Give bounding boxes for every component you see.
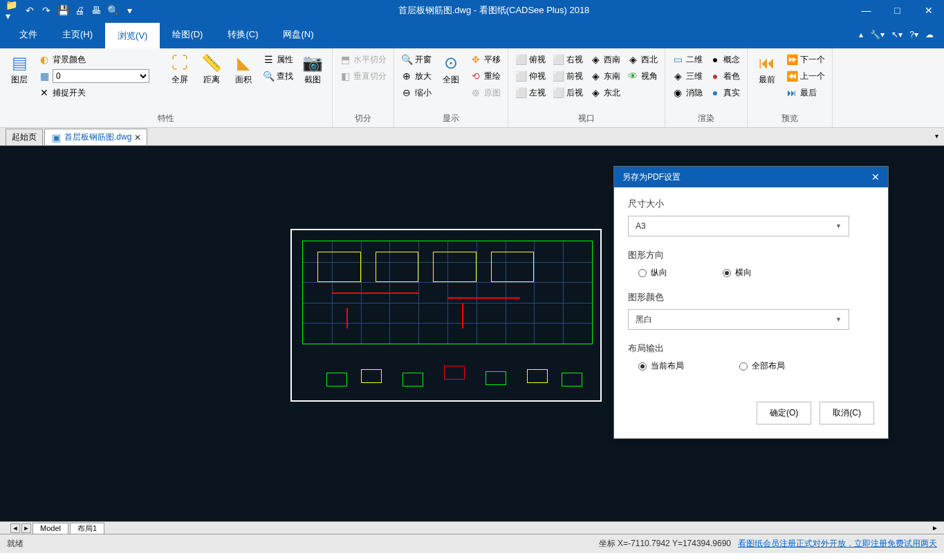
ok-button[interactable]: 确定(O)	[757, 402, 811, 424]
ne-button[interactable]: ◈东北	[589, 85, 622, 100]
preview-icon[interactable]: 🔍	[105, 3, 120, 18]
snap-button[interactable]: ✕捕捉开关	[37, 85, 151, 100]
layer-dropdown[interactable]: 0	[53, 69, 149, 83]
shade-button[interactable]: ●着色	[708, 68, 741, 84]
dialog-title: 另存为PDF设置	[622, 171, 681, 183]
size-select[interactable]: A3▼	[628, 216, 849, 236]
sphere-icon: ●	[710, 71, 721, 82]
3d-icon: ◈	[672, 71, 683, 82]
leftview-button[interactable]: ⬜左视	[514, 85, 547, 100]
undo-icon[interactable]: ↶	[22, 3, 37, 18]
layout-label: 布局输出	[628, 342, 874, 355]
backview-button[interactable]: ⬜后视	[551, 85, 584, 100]
find-button[interactable]: 🔍查找	[261, 68, 295, 84]
minimize-button[interactable]: —	[851, 0, 882, 21]
close-button[interactable]: ✕	[913, 0, 944, 21]
pointer-icon[interactable]: ↖▾	[891, 30, 903, 39]
2d-button[interactable]: ▭二维	[671, 52, 704, 67]
tab-close-button[interactable]: ✕	[134, 133, 141, 142]
ribbon: ▤ 图层 ◐背景颜色 ▦0 ✕捕捉开关 ⛶全屏 📏距离 ◣面积 ☰属性 🔍查找 …	[0, 48, 944, 128]
rightview-button[interactable]: ⬜右视	[551, 52, 584, 67]
status-coords: 坐标 X=-7110.7942 Y=174394.9690	[599, 538, 731, 550]
viewangle-button[interactable]: 👁视角	[626, 68, 659, 84]
fullscreen-icon: ⛶	[169, 52, 191, 74]
screenshot-button[interactable]: 📷截图	[299, 52, 326, 86]
radio-landscape[interactable]: 横向	[723, 267, 752, 279]
zoomfull-button[interactable]: ⊙全图	[437, 52, 465, 86]
menu-browse[interactable]: 浏览(V)	[105, 21, 160, 48]
tab-layout1[interactable]: 布局1	[70, 523, 104, 534]
hide-button[interactable]: ◉消隐	[671, 85, 704, 100]
ribbon-group-properties: ▤ 图层 ◐背景颜色 ▦0 ✕捕捉开关 ⛶全屏 📏距离 ◣面积 ☰属性 🔍查找 …	[0, 48, 333, 127]
last-button[interactable]: ⏭最后	[785, 85, 826, 100]
menu-draw[interactable]: 绘图(D)	[160, 21, 215, 48]
attr-button[interactable]: ☰属性	[261, 52, 295, 67]
next-button[interactable]: ⏩下一个	[785, 52, 826, 67]
nw-button[interactable]: ◈西北	[626, 52, 659, 67]
hsplit-icon: ⬒	[340, 54, 351, 65]
radio-portrait[interactable]: 纵向	[638, 267, 667, 279]
help-icon[interactable]: ?▾	[909, 30, 918, 39]
radio-all-layouts[interactable]: 全部布局	[739, 360, 785, 372]
scroll-left-button[interactable]: ◄	[10, 523, 20, 533]
real-button[interactable]: ●真实	[708, 85, 741, 100]
first-button[interactable]: ⏮最前	[753, 52, 781, 86]
tab-start[interactable]: 起始页	[6, 129, 43, 145]
color-select[interactable]: 黑白▼	[628, 309, 849, 330]
vsplit-button[interactable]: ◧垂直切分	[338, 68, 388, 84]
collapse-ribbon-icon[interactable]: ▴	[859, 30, 863, 39]
redraw-button[interactable]: ⟲重绘	[469, 68, 502, 84]
pan-button[interactable]: ✥平移	[469, 52, 502, 67]
se-button[interactable]: ◈东南	[589, 68, 622, 84]
info-icon[interactable]: ☁	[925, 30, 934, 39]
print-icon[interactable]: 🖨	[72, 3, 87, 18]
hsplit-button[interactable]: ⬒水平切分	[338, 52, 388, 67]
layer-select[interactable]: ▦0	[37, 68, 151, 84]
topview-button[interactable]: ⬜俯视	[514, 52, 547, 67]
orig-button[interactable]: ⊚原图	[469, 85, 502, 100]
prev-button[interactable]: ⏪上一个	[785, 68, 826, 84]
scroll-right-icon[interactable]: ►	[932, 524, 938, 532]
qat-more-icon[interactable]: ▾	[122, 3, 137, 18]
bottomview-button[interactable]: ⬜仰视	[514, 68, 547, 84]
open-icon[interactable]: 📁▾	[6, 3, 21, 18]
concept-button[interactable]: ●概念	[708, 52, 741, 67]
layers-button[interactable]: ▤ 图层	[6, 52, 33, 86]
cancel-button[interactable]: 取消(C)	[820, 402, 874, 424]
status-register-link[interactable]: 看图纸会员注册正式对外开放，立即注册免费试用两天	[738, 538, 937, 550]
sw-button[interactable]: ◈西南	[589, 52, 622, 67]
maximize-button[interactable]: □	[882, 0, 913, 21]
3d-button[interactable]: ◈三维	[671, 68, 704, 84]
frontview-button[interactable]: ⬜前视	[551, 68, 584, 84]
radio-current-layout[interactable]: 当前布局	[638, 360, 684, 372]
distance-button[interactable]: 📏距离	[198, 52, 225, 86]
dialog-close-button[interactable]: ✕	[871, 171, 880, 183]
scroll-right-button[interactable]: ►	[21, 523, 31, 533]
dwg-icon: ▣	[50, 132, 62, 143]
sphere-icon: ●	[710, 54, 721, 65]
zoomout-button[interactable]: ⊖缩小	[400, 85, 433, 100]
window-title: 首层板钢筋图.dwg - 看图纸(CADSee Plus) 2018	[137, 4, 851, 17]
tab-model[interactable]: Model	[33, 523, 68, 534]
layers-icon: ▤	[8, 52, 30, 74]
redo-icon[interactable]: ↷	[39, 3, 54, 18]
iso-icon: ◈	[590, 87, 601, 98]
zoomin-button[interactable]: ⊕放大	[400, 68, 433, 84]
menu-cloud[interactable]: 网盘(N)	[270, 21, 326, 48]
dialog-titlebar[interactable]: 另存为PDF设置 ✕	[614, 167, 888, 187]
iso-icon: ◈	[590, 71, 601, 82]
save-icon[interactable]: 💾	[55, 3, 71, 18]
bgcolor-button[interactable]: ◐背景颜色	[37, 52, 151, 67]
menu-file[interactable]: 文件	[7, 21, 50, 48]
cube-icon: ⬜	[553, 54, 564, 65]
prev-icon: ⏪	[786, 71, 797, 82]
batch-print-icon[interactable]: 🖶	[89, 3, 104, 18]
tabs-menu-icon[interactable]: ▾	[935, 132, 938, 140]
fullscreen-button[interactable]: ⛶全屏	[166, 52, 194, 86]
menu-home[interactable]: 主页(H)	[50, 21, 105, 48]
area-button[interactable]: ◣面积	[230, 52, 257, 86]
window-zoom-button[interactable]: 🔍开窗	[400, 52, 433, 67]
tools-icon[interactable]: 🔧▾	[870, 30, 885, 39]
menu-convert[interactable]: 转换(C)	[215, 21, 270, 48]
tab-file[interactable]: ▣ 首层板钢筋图.dwg ✕	[44, 129, 147, 145]
